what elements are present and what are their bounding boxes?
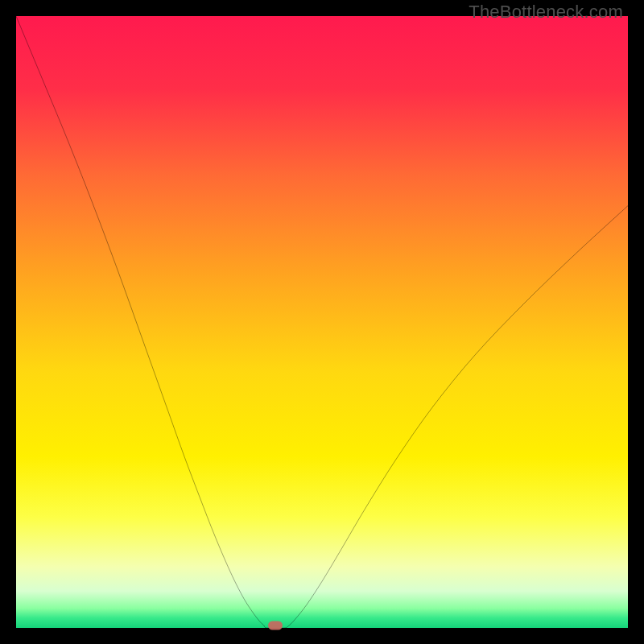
chart-frame: TheBottleneck.com — [0, 0, 644, 644]
bottleneck-curve — [16, 16, 628, 628]
optimal-point-marker — [268, 621, 283, 630]
watermark-text: TheBottleneck.com — [469, 2, 623, 23]
plot-area — [16, 16, 628, 628]
